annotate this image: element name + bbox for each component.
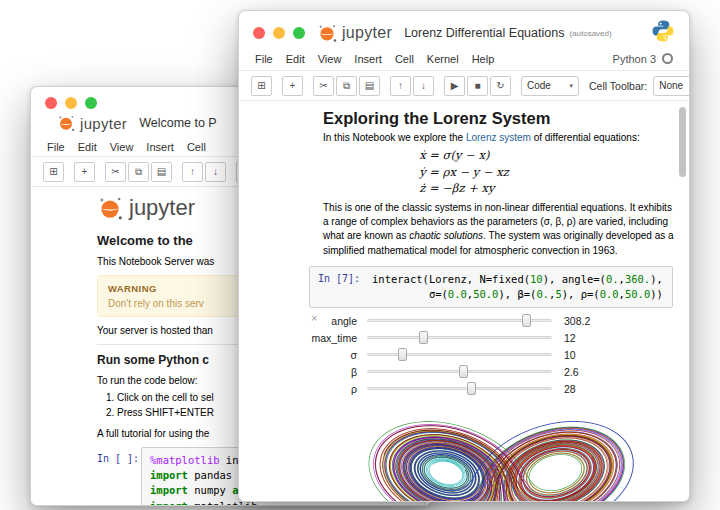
zoom-button[interactable] — [85, 97, 97, 109]
window-controls — [253, 27, 305, 39]
move-cell-up-button[interactable]: ↑ — [390, 76, 411, 96]
slider-label: ρ — [249, 383, 367, 395]
slider-handle[interactable] — [522, 314, 531, 327]
save-button[interactable]: ⊞ — [251, 76, 272, 96]
close-button[interactable] — [253, 27, 265, 39]
menu-file[interactable]: File — [255, 53, 273, 65]
move-cell-up-button[interactable]: ↑ — [182, 162, 203, 182]
slider-label: angle — [249, 315, 367, 327]
add-cell-button[interactable]: + — [282, 76, 303, 96]
code-line: interact(Lorenz, N=fixed(10), angle=(0.,… — [372, 272, 663, 287]
menu-cell[interactable]: Cell — [395, 53, 414, 65]
add-cell-button[interactable]: + — [74, 162, 95, 182]
jupyter-logo: jupyter — [317, 23, 392, 43]
menu-view[interactable]: View — [318, 53, 342, 65]
menu-help[interactable]: Help — [472, 53, 495, 65]
slider-handle[interactable] — [419, 331, 428, 344]
close-button[interactable] — [45, 97, 57, 109]
menu-insert[interactable]: Insert — [146, 141, 174, 153]
input-prompt: In [7]: — [318, 272, 364, 302]
slider-label: σ — [249, 349, 367, 361]
intro-text: of differential equations: — [531, 132, 640, 143]
menu-kernel[interactable]: Kernel — [427, 53, 459, 65]
equation-line: ẏ = ρx − y − xz — [419, 164, 509, 181]
front-notebook-window[interactable]: jupyter Lorenz Differential Equations (a… — [238, 10, 690, 502]
notebook-toolbar: ⊞ + ✂ ⧉ ▤ ↑ ↓ ▶ ■ ↻ Code ▾ Cell Toolbar:… — [239, 71, 689, 101]
slider-value: 308.2 — [564, 315, 590, 327]
notebook-logo-text: jupyter — [129, 195, 195, 221]
header-bar: jupyter Lorenz Differential Equations (a… — [239, 11, 689, 47]
slider-handle[interactable] — [467, 382, 476, 395]
paste-cell-button[interactable]: ▤ — [151, 162, 172, 182]
slider-value: 28 — [564, 383, 576, 395]
slider-label: β — [249, 366, 367, 378]
copy-cell-button[interactable]: ⧉ — [336, 76, 357, 96]
cell-output: × angle 308.2 max_time 12 σ — [239, 312, 689, 502]
intro-paragraph: In this Notebook we explore the Lorenz s… — [323, 132, 675, 143]
run-cell-button[interactable]: ▶ — [444, 76, 465, 96]
chevron-down-icon: ▾ — [569, 82, 573, 90]
slider-track — [367, 387, 552, 390]
code-line: σ=(0.0,50.0), β=(0.,5), ρ=(0.0,50.0)) — [372, 287, 663, 302]
widget-row-max-time: max_time 12 — [249, 329, 689, 346]
beta-slider[interactable] — [367, 364, 552, 379]
menu-edit[interactable]: Edit — [78, 141, 97, 153]
rho-slider[interactable] — [367, 381, 552, 396]
lorenz-system-link[interactable]: Lorenz system — [466, 132, 531, 143]
notebook-title[interactable]: Lorenz Differential Equations — [404, 26, 564, 40]
brand-text: jupyter — [342, 24, 392, 42]
restart-kernel-button[interactable]: ↻ — [490, 76, 511, 96]
cell-toolbar-select[interactable]: None ▾ — [653, 76, 690, 96]
kernel-indicator: Python 3 — [613, 53, 673, 65]
jupyter-planet-icon — [97, 195, 123, 221]
scrollbar[interactable] — [679, 107, 686, 177]
equation-line: ż = −βz + xy — [419, 180, 509, 197]
python-logo-icon — [651, 19, 675, 47]
body-italic-text: chaotic solutions — [409, 230, 483, 241]
sigma-slider[interactable] — [367, 347, 552, 362]
cut-cell-button[interactable]: ✂ — [105, 162, 126, 182]
cell-toolbar-label: Cell Toolbar: — [589, 80, 647, 92]
stop-kernel-button[interactable]: ■ — [467, 76, 488, 96]
angle-slider[interactable] — [367, 313, 552, 328]
copy-cell-button[interactable]: ⧉ — [128, 162, 149, 182]
menu-view[interactable]: View — [110, 141, 134, 153]
widget-close-button[interactable]: × — [311, 313, 317, 324]
kernel-name: Python 3 — [613, 53, 656, 65]
input-prompt: In [ ]: — [97, 447, 141, 506]
brand-text: jupyter — [80, 115, 127, 132]
menu-insert[interactable]: Insert — [354, 53, 382, 65]
body-paragraph: This is one of the classic systems in no… — [323, 201, 675, 258]
cut-cell-button[interactable]: ✂ — [313, 76, 334, 96]
move-cell-down-button[interactable]: ↓ — [205, 162, 226, 182]
slider-value: 12 — [564, 332, 576, 344]
jupyter-planet-icon — [57, 114, 75, 132]
widget-row-sigma: σ 10 — [249, 346, 689, 363]
jupyter-planet-icon — [317, 23, 337, 43]
code-editor[interactable]: interact(Lorenz, N=fixed(10), angle=(0.,… — [364, 272, 663, 302]
save-button[interactable]: ⊞ — [43, 162, 64, 182]
autosave-status: (autosaved) — [569, 29, 611, 38]
menu-file[interactable]: File — [47, 141, 65, 153]
page-title: Exploring the Lorenz System — [323, 109, 675, 128]
slider-label: max_time — [249, 332, 367, 344]
paste-cell-button[interactable]: ▤ — [359, 76, 380, 96]
zoom-button[interactable] — [293, 27, 305, 39]
slider-value: 2.6 — [564, 366, 579, 378]
slider-handle[interactable] — [398, 348, 407, 361]
notebook-title[interactable]: Welcome to P — [139, 116, 217, 130]
equation-block: ẋ = σ(y − x) ẏ = ρx − y − xz ż = −βz + x… — [419, 147, 509, 197]
slider-track — [367, 353, 552, 356]
cell-type-select[interactable]: Code ▾ — [521, 76, 579, 96]
notebook-content: Exploring the Lorenz System In this Note… — [239, 101, 689, 502]
minimize-button[interactable] — [65, 97, 77, 109]
code-cell[interactable]: In [7]: interact(Lorenz, N=fixed(10), an… — [309, 266, 673, 308]
menu-edit[interactable]: Edit — [286, 53, 305, 65]
code-input-area[interactable]: In [7]: interact(Lorenz, N=fixed(10), an… — [309, 266, 673, 308]
move-cell-down-button[interactable]: ↓ — [413, 76, 434, 96]
widget-row-beta: β 2.6 — [249, 363, 689, 380]
minimize-button[interactable] — [273, 27, 285, 39]
menu-cell[interactable]: Cell — [187, 141, 206, 153]
slider-handle[interactable] — [459, 365, 468, 378]
max-time-slider[interactable] — [367, 330, 552, 345]
